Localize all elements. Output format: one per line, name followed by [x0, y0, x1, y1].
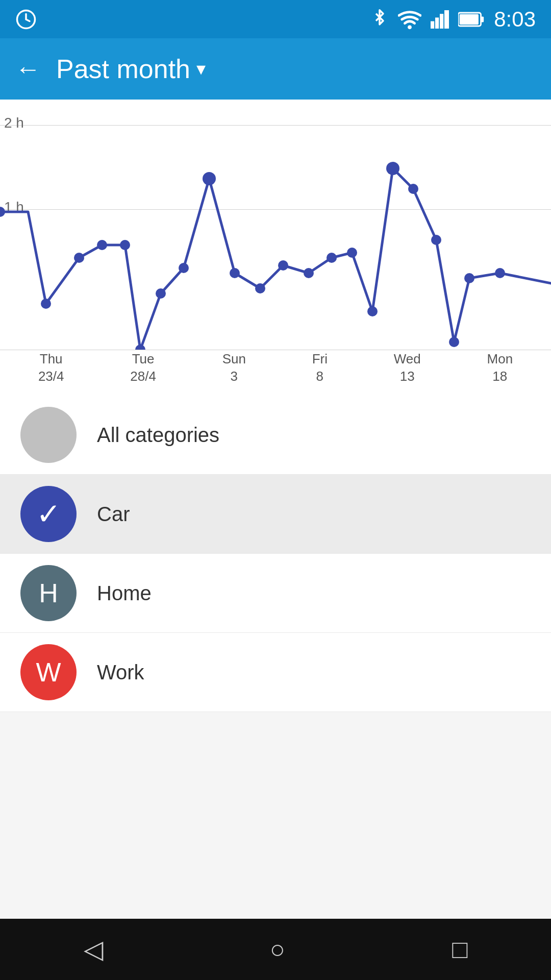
category-item-home[interactable]: H Home — [0, 554, 551, 633]
avatar-letter-home: H — [39, 578, 58, 608]
svg-rect-3 — [435, 17, 439, 29]
svg-point-27 — [431, 235, 441, 245]
svg-rect-5 — [444, 10, 449, 29]
bluetooth-icon — [370, 9, 389, 30]
svg-point-10 — [41, 299, 51, 309]
category-item-work[interactable]: W Work — [0, 633, 551, 712]
svg-point-26 — [408, 184, 418, 194]
signal-icon — [431, 9, 449, 30]
checkmark-icon: ✓ — [36, 497, 61, 531]
chart-container: 2 h 1 h Thu 23/4 Tue — [0, 100, 551, 396]
category-list: All categories ✓ Car H Home W Work — [0, 396, 551, 712]
back-button[interactable]: ← — [15, 56, 41, 82]
svg-point-16 — [179, 263, 189, 273]
toolbar-title[interactable]: Past month ▾ — [56, 54, 206, 84]
x-label-wed: Wed 13 — [394, 351, 421, 385]
battery-icon — [458, 10, 485, 29]
svg-point-1 — [408, 25, 412, 29]
x-label-sun: Sun 3 — [222, 351, 246, 385]
nav-recent-button[interactable]: □ — [452, 935, 467, 964]
svg-point-17 — [203, 172, 216, 185]
svg-point-24 — [367, 306, 378, 316]
category-item-car[interactable]: ✓ Car — [0, 475, 551, 554]
category-name-car: Car — [97, 503, 130, 526]
svg-rect-8 — [460, 14, 479, 24]
svg-point-11 — [74, 253, 84, 263]
category-name-home: Home — [97, 582, 152, 605]
svg-point-21 — [304, 268, 314, 278]
nav-home-button[interactable]: ○ — [270, 935, 285, 964]
svg-point-15 — [156, 288, 166, 299]
toolbar: ← Past month ▾ — [0, 38, 551, 100]
svg-point-25 — [386, 162, 399, 175]
category-avatar-all — [20, 407, 77, 463]
svg-point-28 — [449, 337, 459, 347]
category-avatar-car: ✓ — [20, 486, 77, 542]
svg-point-19 — [255, 283, 265, 293]
nav-back-button[interactable]: ◁ — [84, 935, 103, 964]
wifi-icon — [398, 9, 421, 30]
avatar-letter-work: W — [36, 657, 61, 688]
category-name-all: All categories — [97, 424, 219, 447]
svg-point-12 — [97, 240, 107, 250]
status-bar: 8:03 — [0, 0, 551, 38]
svg-point-14 — [135, 345, 145, 350]
dropdown-arrow: ▾ — [196, 58, 206, 80]
chart-grid-0h — [0, 350, 551, 350]
category-avatar-work: W — [20, 644, 77, 700]
x-label-thu: Thu 23/4 — [38, 351, 64, 385]
clock-icon — [15, 9, 37, 30]
chart-x-labels: Thu 23/4 Tue 28/4 Sun 3 Fri 8 Wed 13 Mon… — [0, 351, 551, 385]
svg-point-9 — [0, 207, 5, 217]
svg-point-20 — [278, 260, 288, 271]
category-avatar-home: H — [20, 565, 77, 621]
status-time: 8:03 — [494, 7, 536, 32]
svg-rect-7 — [481, 16, 484, 22]
svg-point-30 — [495, 268, 505, 278]
nav-bar: ◁ ○ □ — [0, 919, 551, 980]
toolbar-title-text: Past month — [56, 54, 190, 84]
svg-point-22 — [327, 253, 337, 263]
category-name-work: Work — [97, 661, 144, 684]
status-right-icons: 8:03 — [370, 7, 536, 32]
svg-point-13 — [120, 240, 130, 250]
svg-rect-2 — [431, 21, 434, 28]
svg-point-18 — [230, 268, 240, 278]
x-label-fri: Fri 8 — [312, 351, 328, 385]
svg-point-29 — [464, 273, 474, 283]
x-label-mon: Mon 18 — [487, 351, 513, 385]
svg-point-23 — [347, 248, 357, 258]
chart-svg — [0, 100, 551, 350]
status-left-icons — [15, 9, 37, 30]
svg-rect-4 — [440, 14, 443, 29]
category-item-all[interactable]: All categories — [0, 396, 551, 475]
x-label-tue: Tue 28/4 — [130, 351, 156, 385]
